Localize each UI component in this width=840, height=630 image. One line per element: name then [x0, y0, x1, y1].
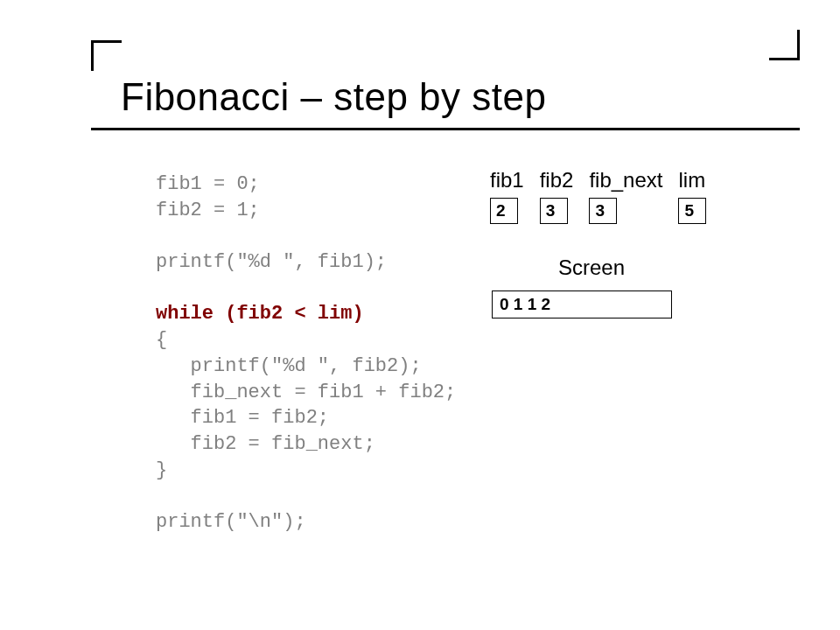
code-line: {: [156, 329, 167, 351]
var-lim: lim 5: [678, 168, 706, 224]
var-fib-next: fib_next 3: [589, 168, 662, 224]
code-line: printf("\n");: [156, 511, 306, 533]
slide: Fibonacci – step by step fib1 = 0; fib2 …: [0, 0, 840, 630]
var-label: fib2: [540, 168, 574, 192]
variable-table: fib1 2 fib2 3 fib_next 3 lim 5: [490, 168, 706, 224]
var-value-box: 5: [678, 198, 706, 224]
screen-output-box: 0 1 1 2: [492, 290, 672, 318]
code-line: fib_next = fib1 + fib2;: [156, 382, 456, 403]
var-label: fib1: [490, 168, 524, 192]
slide-title: Fibonacci – step by step: [121, 75, 546, 119]
var-fib2: fib2 3: [540, 168, 574, 224]
code-line: }: [156, 459, 167, 481]
code-block: fib1 = 0; fib2 = 1; printf("%d ", fib1);…: [156, 172, 456, 536]
decor-corner-top-left: [91, 40, 122, 71]
code-line-highlight: while (fib2 < lim): [156, 303, 364, 325]
code-line: printf("%d ", fib2);: [156, 355, 422, 377]
var-fib1: fib1 2: [490, 168, 524, 224]
code-line: fib2 = fib_next;: [156, 433, 375, 455]
var-label: lim: [678, 168, 705, 192]
code-line: fib2 = 1;: [156, 200, 260, 221]
code-line: fib1 = fib2;: [156, 407, 329, 429]
screen-label: Screen: [558, 256, 625, 280]
var-value-box: 3: [540, 198, 568, 224]
var-label: fib_next: [589, 168, 662, 192]
decor-corner-bottom-right: [769, 30, 800, 60]
title-underline: [91, 128, 800, 130]
var-value-box: 3: [589, 198, 617, 224]
code-line: fib1 = 0;: [156, 173, 260, 195]
code-line: printf("%d ", fib1);: [156, 251, 387, 273]
var-value-box: 2: [490, 198, 518, 224]
